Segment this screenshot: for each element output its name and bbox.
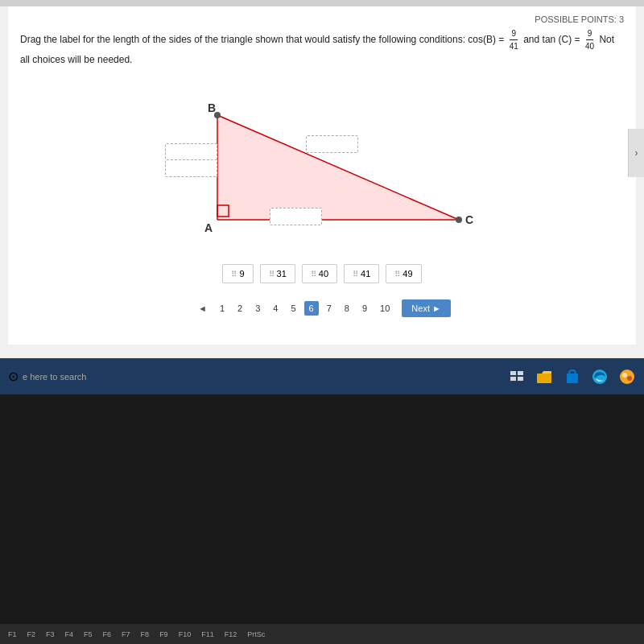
fn-f12: F12 bbox=[221, 629, 242, 640]
fn-f7: F7 bbox=[118, 629, 134, 640]
fraction-1-num: 9 bbox=[510, 27, 518, 40]
page-6[interactable]: 6 bbox=[304, 301, 319, 316]
svg-rect-11 bbox=[518, 371, 523, 375]
function-keys: F1 F2 F3 F4 F5 F6 F7 F8 F9 F10 F11 F12 P… bbox=[0, 624, 644, 644]
question-text: Drag the label for the length of the sid… bbox=[20, 27, 624, 67]
fn-f6: F6 bbox=[99, 629, 116, 640]
page-7[interactable]: 7 bbox=[322, 301, 336, 316]
label-drop-zone-1[interactable] bbox=[165, 143, 217, 161]
svg-point-8 bbox=[214, 112, 221, 118]
drag-dots-1: ⠿ bbox=[231, 270, 237, 279]
bottom-area: F1 F2 F3 F4 F5 F6 F7 F8 F9 F10 F11 F12 P… bbox=[0, 394, 644, 644]
condition1-func: cos(B) bbox=[468, 34, 496, 45]
drag-label-40[interactable]: ⠿ 40 bbox=[302, 264, 337, 283]
condition2-eq: = bbox=[575, 34, 583, 45]
edge-icon[interactable] bbox=[591, 368, 609, 386]
next-button[interactable]: Next ► bbox=[402, 299, 451, 317]
svg-point-18 bbox=[622, 373, 627, 378]
search-icon: ⊙ bbox=[8, 369, 19, 384]
fraction-1-den: 41 bbox=[508, 40, 520, 52]
fn-f8: F8 bbox=[137, 629, 154, 640]
page-2[interactable]: 2 bbox=[233, 301, 247, 316]
drag-label-40-value: 40 bbox=[319, 269, 328, 279]
pagination: ◄ 1 2 3 4 5 6 7 8 9 10 Next ► bbox=[20, 299, 624, 317]
svg-text:A: A bbox=[204, 221, 213, 234]
fn-f11: F11 bbox=[197, 629, 218, 640]
content-area: POSSIBLE POINTS: 3 Drag the label for th… bbox=[8, 6, 636, 345]
taskbar-search: ⊙ e here to search bbox=[8, 369, 502, 384]
svg-rect-15 bbox=[567, 374, 578, 383]
fn-f3: F3 bbox=[42, 629, 59, 640]
fn-f4: F4 bbox=[61, 629, 78, 640]
triangle-container: B A C bbox=[121, 75, 523, 252]
drag-label-9[interactable]: ⠿ 9 bbox=[222, 264, 253, 283]
condition2-func: tan (C) bbox=[543, 34, 572, 45]
drag-dots-5: ⠿ bbox=[394, 270, 400, 279]
store-icon[interactable] bbox=[564, 368, 581, 386]
svg-rect-12 bbox=[510, 377, 516, 381]
taskbar-search-text[interactable]: e here to search bbox=[23, 372, 87, 382]
fraction-2-den: 40 bbox=[584, 40, 596, 52]
sidebar-arrow[interactable]: › bbox=[628, 129, 644, 177]
drag-label-9-value: 9 bbox=[239, 269, 244, 279]
fn-f1: F1 bbox=[4, 629, 21, 640]
fraction-2-num: 9 bbox=[586, 27, 594, 40]
condition1-eq: = bbox=[498, 34, 506, 45]
drag-labels-container: ⠿ 9 ⠿ 31 ⠿ 40 ⠿ 41 ⠿ 49 bbox=[20, 264, 624, 283]
drag-dots-2: ⠿ bbox=[269, 270, 275, 279]
prev-arrow[interactable]: ◄ bbox=[193, 301, 212, 316]
top-bar bbox=[0, 0, 644, 6]
drag-label-41[interactable]: ⠿ 41 bbox=[344, 264, 379, 283]
taskbar-icons bbox=[509, 368, 636, 386]
svg-point-9 bbox=[456, 217, 462, 223]
drag-label-41-value: 41 bbox=[361, 269, 370, 279]
page-9[interactable]: 9 bbox=[357, 301, 372, 316]
svg-text:B: B bbox=[208, 101, 216, 114]
taskbar: ⊙ e here to search bbox=[0, 358, 644, 394]
fraction-1: 9 41 bbox=[508, 27, 520, 52]
instruction-text: Drag the label for the length of the sid… bbox=[20, 34, 465, 45]
svg-point-17 bbox=[620, 369, 634, 384]
fn-f2: F2 bbox=[23, 629, 40, 640]
fn-f10: F10 bbox=[175, 629, 196, 640]
conjunction: and bbox=[523, 34, 539, 45]
fn-prtsc: PrtSc bbox=[243, 629, 269, 640]
fn-f5: F5 bbox=[80, 629, 97, 640]
svg-text:C: C bbox=[465, 213, 473, 226]
screen: POSSIBLE POINTS: 3 Drag the label for th… bbox=[0, 0, 644, 394]
fraction-2: 9 40 bbox=[584, 27, 596, 52]
page-3[interactable]: 3 bbox=[250, 301, 265, 316]
label-drop-zone-2[interactable] bbox=[165, 159, 217, 177]
page-8[interactable]: 8 bbox=[340, 301, 354, 316]
drag-label-31-value: 31 bbox=[277, 269, 287, 279]
page-4[interactable]: 4 bbox=[268, 301, 283, 316]
drag-label-49-value: 49 bbox=[402, 269, 412, 279]
svg-rect-14 bbox=[537, 374, 551, 383]
taskview-icon[interactable] bbox=[509, 368, 526, 386]
fn-f9: F9 bbox=[155, 629, 172, 640]
svg-point-19 bbox=[627, 376, 632, 381]
drag-label-31[interactable]: ⠿ 31 bbox=[260, 264, 295, 283]
page-10[interactable]: 10 bbox=[375, 301, 394, 316]
file-explorer-icon[interactable] bbox=[536, 368, 554, 386]
svg-rect-13 bbox=[518, 377, 523, 381]
svg-rect-10 bbox=[510, 371, 516, 375]
drag-dots-4: ⠿ bbox=[353, 270, 358, 279]
label-drop-zone-3[interactable] bbox=[306, 135, 358, 153]
page-5[interactable]: 5 bbox=[286, 301, 300, 316]
label-drop-zone-4[interactable] bbox=[270, 208, 322, 225]
page-1[interactable]: 1 bbox=[215, 301, 229, 316]
drag-label-49[interactable]: ⠿ 49 bbox=[386, 264, 421, 283]
possible-points: POSSIBLE POINTS: 3 bbox=[20, 14, 624, 24]
app-icon[interactable] bbox=[618, 368, 636, 386]
drag-dots-3: ⠿ bbox=[311, 270, 316, 279]
